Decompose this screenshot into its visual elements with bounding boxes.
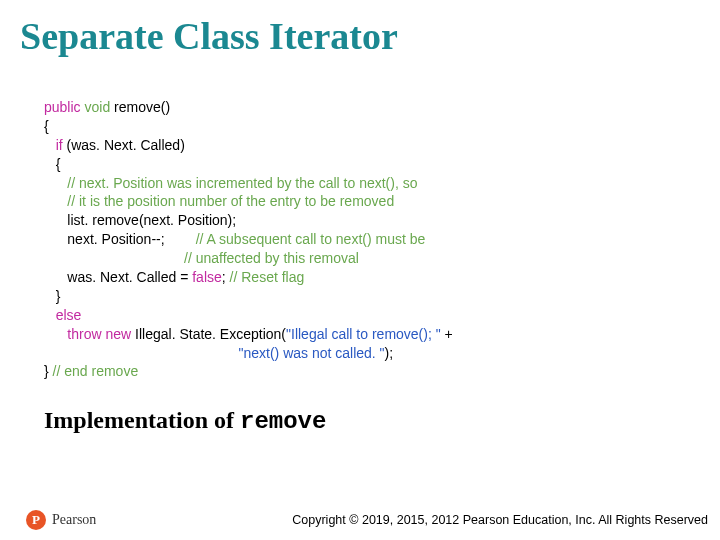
code-text: (was. Next. Called)	[63, 137, 185, 153]
logo-icon: P	[26, 510, 46, 530]
code-text: was. Next. Called =	[44, 269, 192, 285]
code-text: }	[44, 288, 60, 304]
code-text: list. remove(next. Position);	[44, 212, 236, 228]
code-text: ;	[222, 269, 230, 285]
string-literal: "next() was not called. "	[44, 345, 385, 361]
comment: // next. Position was incremented by the…	[44, 175, 418, 191]
kw-throw: throw	[67, 326, 101, 342]
comment: // unaffected by this removal	[44, 250, 359, 266]
slide-title: Separate Class Iterator	[0, 0, 720, 58]
code-text: {	[44, 118, 49, 134]
kw-else: else	[56, 307, 82, 323]
caption-prefix: Implementation of	[44, 407, 240, 433]
code-text: {	[44, 156, 60, 172]
kw-if: if	[56, 137, 63, 153]
caption: Implementation of remove	[0, 381, 720, 435]
code-text: }	[44, 363, 53, 379]
comment: // it is the position number of the entr…	[44, 193, 394, 209]
code-text: next. Position--;	[44, 231, 196, 247]
comment: // Reset flag	[230, 269, 305, 285]
kw-public: public	[44, 99, 81, 115]
footer: P Pearson Copyright © 2019, 2015, 2012 P…	[0, 510, 720, 530]
comment: // end remove	[53, 363, 139, 379]
comment: // A subsequent call to next() must be	[196, 231, 426, 247]
code-text: Illegal. State. Exception(	[131, 326, 286, 342]
caption-mono: remove	[240, 408, 326, 435]
copyright-text: Copyright © 2019, 2015, 2012 Pearson Edu…	[292, 513, 708, 527]
code-text: remove()	[110, 99, 170, 115]
publisher-logo: P Pearson	[26, 510, 96, 530]
code-text: +	[441, 326, 453, 342]
code-block: public void remove() { if (was. Next. Ca…	[0, 58, 720, 381]
logo-text: Pearson	[52, 512, 96, 528]
kw-void: void	[84, 99, 110, 115]
code-text: );	[385, 345, 394, 361]
kw-new: new	[102, 326, 132, 342]
string-literal: "Illegal call to remove(); "	[286, 326, 441, 342]
kw-false: false	[192, 269, 222, 285]
